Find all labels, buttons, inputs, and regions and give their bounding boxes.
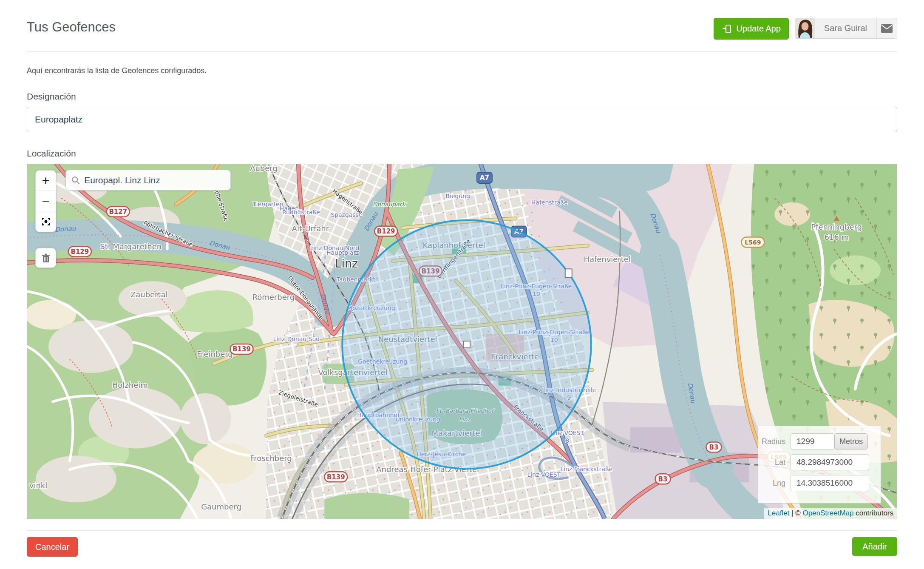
svg-text:B139: B139 <box>327 473 345 481</box>
radius-label: Radius <box>758 437 791 446</box>
trash-icon <box>42 253 50 263</box>
fullscreen-icon <box>41 217 51 226</box>
map-label: Tiergarten <box>252 201 283 208</box>
lng-input[interactable] <box>791 475 869 491</box>
divider <box>27 51 897 52</box>
zoom-out-button[interactable]: − <box>36 191 56 211</box>
map-label: Linz-Donau Süd <box>273 336 320 342</box>
svg-text:B139: B139 <box>232 345 251 353</box>
radius-input[interactable] <box>791 433 835 450</box>
fullscreen-button[interactable] <box>36 211 56 232</box>
map-label: Linz Donau Nord <box>310 245 359 251</box>
mail-button[interactable] <box>876 18 897 38</box>
svg-text:B3: B3 <box>658 475 668 483</box>
osm-link[interactable]: OpenStreetMap <box>802 509 853 517</box>
search-icon <box>71 176 80 185</box>
map-label: Linz Franckstraße <box>560 466 612 472</box>
designacion-input[interactable] <box>27 107 897 132</box>
map-label: 8 <box>565 437 569 444</box>
zoom-in-button[interactable]: + <box>36 171 56 191</box>
road-shield: B129 <box>68 247 91 257</box>
road-shield: L569 <box>741 237 764 248</box>
map-label: Zaubertal <box>130 290 168 299</box>
user-name: Sara Guiral <box>815 18 876 38</box>
footer: Cancelar Añadir <box>27 530 897 557</box>
road-shield: B139 <box>230 344 253 354</box>
map-label: Auberg <box>250 164 278 173</box>
update-app-button[interactable]: Update App <box>714 18 789 40</box>
map-label: Linz-VOEST <box>527 471 561 478</box>
device-update-icon <box>722 24 732 34</box>
svg-text:B129: B129 <box>71 248 89 256</box>
road-shield: B139 <box>324 472 347 482</box>
map-label: Hafenstraße <box>531 199 568 206</box>
lng-label: Lng <box>758 479 791 488</box>
geofence-panel: Radius Metros Lat Lng <box>758 426 881 504</box>
map-label: Froschberg <box>250 454 292 463</box>
map[interactable]: AubergAlt-UrfahrSt. MargarethenZaubertal… <box>27 164 897 519</box>
avatar <box>795 18 815 38</box>
map-label: Gaumberg <box>201 502 241 511</box>
road-shield: B127 <box>107 207 130 217</box>
svg-text:A7: A7 <box>480 174 489 182</box>
designacion-label: Designación <box>27 91 897 102</box>
lat-input[interactable] <box>791 454 869 470</box>
map-label: Alt-Urfahr <box>292 224 329 233</box>
map-label: vinkl <box>29 481 47 490</box>
map-zoom-control: + − <box>35 170 56 232</box>
map-label: 616 m <box>824 233 849 242</box>
delete-geofence-button[interactable] <box>35 248 56 268</box>
cancel-button[interactable]: Cancelar <box>27 537 78 557</box>
geofence-center-handle[interactable] <box>463 341 470 348</box>
map-label: St. Margarethen <box>100 242 162 251</box>
envelope-icon <box>881 24 893 33</box>
map-label: Freinberg <box>197 350 232 358</box>
map-label: Römerberg <box>252 293 295 302</box>
intro-text: Aquí encontrarás la lista de Geofences c… <box>27 66 897 75</box>
map-label: Rudolfstraße <box>282 209 320 216</box>
map-search <box>65 170 231 191</box>
svg-text:B3: B3 <box>709 444 718 451</box>
leaflet-link[interactable]: Leaflet <box>768 509 789 517</box>
map-label: Pfenningberg <box>811 222 862 231</box>
road-shield: B3 <box>655 474 671 484</box>
header: Tus Geofences Update App Sara Guiral <box>27 17 897 40</box>
map-label: Holzheim <box>112 381 148 390</box>
page: Tus Geofences Update App Sara Guiral Aqu… <box>27 0 897 557</box>
svg-text:B127: B127 <box>109 208 127 216</box>
add-button[interactable]: Añadir <box>852 537 897 556</box>
map-label: Biegung <box>445 193 470 199</box>
svg-text:L569: L569 <box>745 239 761 246</box>
road-shield: B3 <box>706 442 721 452</box>
svg-text:B129: B129 <box>377 228 395 235</box>
geofence-resize-handle[interactable] <box>565 269 572 277</box>
map-label: Donau <box>55 225 77 233</box>
map-label: Linz <box>335 257 358 270</box>
user-chip[interactable]: Sara Guiral <box>795 18 897 39</box>
map-attribution: Leaflet | © OpenStreetMap contributors <box>764 508 897 519</box>
road-shield: A7 <box>477 172 492 183</box>
map-search-input[interactable] <box>84 175 225 185</box>
map-label: Donaupark <box>373 201 406 208</box>
radius-unit-button[interactable]: Metros <box>834 433 868 450</box>
lat-label: Lat <box>758 458 791 467</box>
road-shield: B129 <box>374 226 397 236</box>
map-label: Hafenviertel <box>584 255 630 264</box>
page-title: Tus Geofences <box>27 17 116 35</box>
localizacion-label: Localización <box>27 148 897 159</box>
